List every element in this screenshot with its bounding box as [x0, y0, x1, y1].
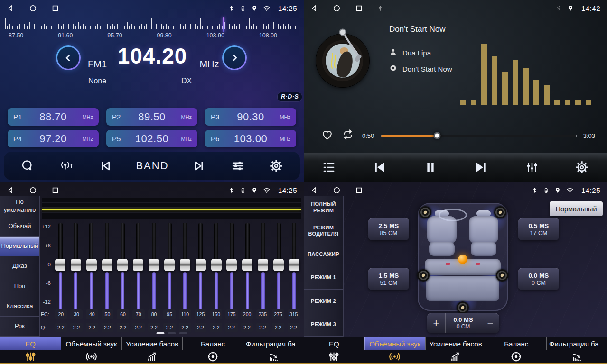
eq-band-slider[interactable]: [287, 223, 301, 311]
slider-handle[interactable]: [55, 259, 65, 271]
tab-label[interactable]: EQ: [0, 337, 61, 350]
back-icon[interactable]: [7, 186, 15, 194]
tab-label[interactable]: Фильтрация ба...: [243, 337, 304, 350]
back-icon[interactable]: [310, 186, 318, 194]
home-icon[interactable]: [29, 4, 37, 12]
eq-band-slider[interactable]: [115, 223, 130, 311]
stage-mode-item[interactable]: ПАССАЖИР: [304, 243, 343, 266]
tab-label[interactable]: Объёмный звук: [364, 337, 425, 350]
mixer-icon[interactable]: [525, 160, 539, 174]
eq-band-slider[interactable]: [209, 223, 224, 311]
slider-handle[interactable]: [149, 259, 159, 271]
settings-icon[interactable]: [575, 160, 589, 174]
tab-bass-boost[interactable]: Усиление басов: [425, 337, 486, 363]
decrease-delay-button[interactable]: −: [481, 313, 499, 333]
band-button[interactable]: BAND: [136, 160, 168, 172]
tab-label[interactable]: Усиление басов: [121, 337, 182, 350]
eq-band-slider[interactable]: [194, 223, 208, 311]
page-indicator-dash[interactable]: [168, 332, 176, 334]
slider-handle[interactable]: [71, 259, 81, 271]
stage-mode-item[interactable]: РЕЖИМ 2: [304, 290, 343, 313]
slider-handle[interactable]: [211, 259, 222, 271]
tab-filter[interactable]: Фильтрация ба...: [243, 337, 304, 363]
home-icon[interactable]: [333, 4, 341, 12]
recents-icon[interactable]: [355, 186, 363, 194]
slider-handle[interactable]: [117, 259, 128, 271]
tab-label[interactable]: EQ: [304, 337, 364, 350]
eq-preset-item[interactable]: Обычай: [0, 216, 39, 236]
tab-bass-boost[interactable]: Усиление басов: [121, 337, 182, 363]
slider-handle[interactable]: [180, 259, 190, 271]
back-icon[interactable]: [7, 4, 15, 12]
stage-mode-item[interactable]: РЕЖИМ ВОДИТЕЛЯ: [304, 219, 343, 243]
eq-preset-item[interactable]: Рок: [0, 317, 39, 337]
preset-button[interactable]: P497.20MHz: [8, 130, 99, 147]
eq-preset-item[interactable]: Поп: [0, 276, 39, 296]
eq-band-slider[interactable]: [162, 223, 177, 311]
back-icon[interactable]: [310, 4, 318, 12]
rear-right-delay[interactable]: 0.0 MS 0 CM: [518, 268, 559, 290]
preset-button[interactable]: P6103.00MHz: [205, 130, 296, 147]
front-right-delay[interactable]: 0.5 MS 17 CM: [518, 218, 559, 240]
seek-down-button[interactable]: [56, 46, 81, 70]
slider-handle[interactable]: [258, 259, 268, 271]
tab-label[interactable]: Усиление басов: [425, 337, 486, 350]
slider-handle[interactable]: [133, 259, 143, 271]
tab-label[interactable]: Фильтрация ба...: [546, 337, 607, 350]
recents-icon[interactable]: [355, 4, 363, 12]
tab-label[interactable]: Объёмный звук: [61, 337, 121, 350]
eq-band-slider[interactable]: [271, 223, 286, 311]
increase-delay-button[interactable]: +: [427, 313, 445, 333]
equalizer-icon[interactable]: [231, 159, 245, 173]
slider-handle[interactable]: [164, 259, 175, 271]
front-left-speaker[interactable]: [419, 206, 431, 218]
eq-band-slider[interactable]: [84, 223, 99, 311]
dx-broadcast-icon[interactable]: [59, 159, 74, 173]
rear-left-speaker[interactable]: [417, 269, 430, 282]
slider-handle[interactable]: [102, 259, 112, 271]
eq-band-slider[interactable]: [100, 223, 114, 311]
previous-icon[interactable]: [98, 159, 112, 173]
stage-mode-item[interactable]: РЕЖИМ 3: [304, 313, 343, 337]
eq-band-slider[interactable]: [240, 223, 254, 311]
rear-right-speaker[interactable]: [496, 269, 508, 282]
next-icon[interactable]: [193, 159, 207, 173]
slider-handle[interactable]: [226, 259, 237, 271]
slider-handle[interactable]: [242, 259, 252, 271]
recents-icon[interactable]: [51, 4, 59, 12]
tuner-scale[interactable]: [5, 17, 299, 31]
next-icon[interactable]: [474, 160, 489, 175]
eq-preset-item[interactable]: Джаз: [0, 256, 39, 276]
front-right-speaker[interactable]: [494, 206, 506, 218]
slider-handle[interactable]: [289, 259, 299, 271]
eq-preset-item[interactable]: Классика: [0, 296, 39, 316]
playlist-icon[interactable]: [322, 160, 336, 174]
seek-up-button[interactable]: [222, 46, 247, 70]
scan-icon[interactable]: [20, 159, 35, 173]
rear-left-delay[interactable]: 1.5 MS 51 CM: [368, 268, 409, 290]
settings-icon[interactable]: [269, 159, 283, 173]
stage-mode-item[interactable]: ПОЛНЫЙ РЕЖИМ: [304, 196, 343, 219]
preset-button[interactable]: P289.50MHz: [106, 108, 197, 126]
slider-handle[interactable]: [196, 259, 206, 271]
preset-button[interactable]: P5102.50MHz: [106, 130, 197, 147]
page-indicator-dash[interactable]: [157, 332, 165, 334]
repeat-icon[interactable]: [340, 128, 355, 143]
eq-band-slider[interactable]: [147, 223, 161, 311]
favorite-icon[interactable]: [321, 129, 334, 143]
tab-eq[interactable]: EQ: [0, 337, 61, 363]
eq-band-slider[interactable]: [178, 223, 192, 311]
eq-band-slider[interactable]: [69, 223, 83, 311]
progress-knob[interactable]: [433, 132, 440, 139]
tab-surround[interactable]: Объёмный звук: [364, 337, 425, 363]
tab-surround[interactable]: Объёмный звук: [61, 337, 121, 363]
home-icon[interactable]: [333, 186, 341, 194]
eq-preset-item[interactable]: По умолчанию: [0, 196, 39, 216]
profile-button[interactable]: Нормальный: [550, 201, 603, 216]
tab-label[interactable]: Баланс: [486, 337, 546, 350]
home-icon[interactable]: [29, 186, 37, 194]
pause-icon[interactable]: [423, 160, 438, 175]
stage-mode-item[interactable]: РЕЖИМ 1: [304, 266, 343, 290]
front-left-delay[interactable]: 2.5 MS 85 CM: [368, 218, 409, 240]
eq-preset-item[interactable]: Нормальный: [0, 237, 39, 256]
